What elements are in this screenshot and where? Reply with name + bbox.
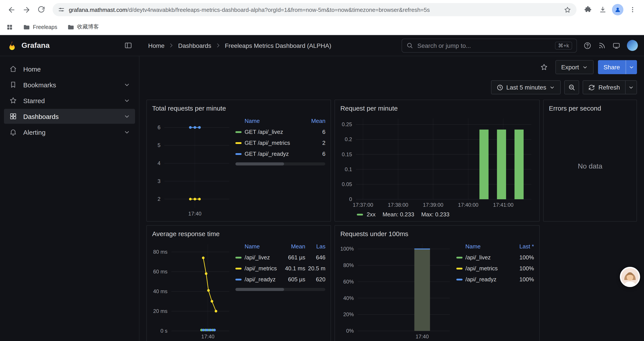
scrollbar-thumb[interactable] — [236, 162, 284, 165]
chevron-down-icon[interactable] — [124, 97, 130, 104]
search-input[interactable] — [416, 42, 552, 49]
avatar-illustration — [621, 268, 639, 286]
timeseries-chart: 80 ms60 ms40 ms20 ms0 s17:40 — [152, 240, 232, 340]
series-toggle[interactable]: /api/_metrics — [456, 265, 510, 272]
series-toggle[interactable]: GET /api/_metrics — [236, 140, 301, 146]
sidebar-item-dashboards[interactable]: Dashboards — [4, 109, 135, 124]
legend-col-last[interactable]: Last * — [510, 243, 534, 249]
chevron-down-icon — [549, 85, 555, 90]
help-icon[interactable] — [584, 42, 592, 49]
panel-title[interactable]: Average response time — [152, 228, 326, 240]
series-name: GET /api/_metrics — [244, 140, 290, 146]
sidebar-item-starred[interactable]: Starred — [4, 93, 135, 108]
refresh-split-button: Refresh — [582, 80, 637, 94]
monitor-icon[interactable] — [612, 42, 620, 49]
bookmark-folder-freeleaps[interactable]: Freeleaps — [23, 24, 57, 31]
clock-icon — [497, 84, 503, 91]
legend-col-mean[interactable]: Mean — [278, 243, 305, 249]
share-button[interactable]: Share — [598, 60, 626, 74]
series-swatch — [236, 142, 242, 144]
legend-scrollbar[interactable] — [236, 162, 326, 165]
legend-col-name[interactable]: Name — [236, 243, 278, 249]
legend-table: Name Last * /api/_livez 100% /api/_metri… — [453, 240, 534, 340]
sidebar-item-bookmarks[interactable]: Bookmarks — [4, 77, 135, 92]
breadcrumb-home[interactable]: Home — [148, 42, 164, 49]
svg-text:60 ms: 60 ms — [153, 269, 168, 274]
panel-title[interactable]: Requests under 100ms — [340, 228, 534, 240]
extensions-button[interactable] — [581, 3, 595, 17]
refresh-interval-caret[interactable] — [625, 81, 636, 94]
apps-grid-icon[interactable] — [6, 24, 13, 31]
assistant-avatar-widget[interactable] — [620, 267, 640, 287]
series-toggle[interactable]: /api/_livez — [456, 254, 510, 261]
series-name[interactable]: 2xx — [367, 211, 376, 218]
svg-text:40%: 40% — [344, 295, 354, 301]
share-menu-caret[interactable] — [626, 60, 637, 74]
downloads-button[interactable] — [596, 3, 610, 17]
sidebar-item-home[interactable]: Home — [4, 62, 135, 76]
series-last: 620 — [305, 276, 326, 283]
legend-scrollbar[interactable] — [236, 288, 326, 291]
browser-menu-button[interactable] — [626, 3, 640, 17]
folder-icon — [67, 24, 74, 31]
dock-menu-icon[interactable] — [124, 41, 132, 50]
svg-text:17:39:00: 17:39:00 — [423, 202, 444, 208]
browser-profile-avatar[interactable] — [612, 4, 624, 15]
series-toggle[interactable]: /api/_metrics — [236, 265, 278, 272]
reload-button[interactable] — [34, 3, 48, 17]
bookmark-folder-blogs[interactable]: 收藏博客 — [67, 23, 99, 31]
legend-row: /api/_livez 100% — [456, 252, 534, 263]
series-toggle[interactable]: GET /api/_livez — [236, 129, 301, 135]
svg-text:17:40: 17:40 — [201, 333, 214, 339]
search-box[interactable]: ⌘+k — [402, 38, 577, 53]
panel-requests-under-100ms: Requests under 100ms 100%80%60%40%20%0%1… — [335, 225, 540, 341]
sidebar-item-label: Home — [23, 65, 41, 73]
grafana-logo[interactable] — [7, 40, 17, 51]
export-button[interactable]: Export — [556, 60, 593, 74]
panel-title[interactable]: Total requests per minute — [152, 102, 326, 115]
series-name: /api/_metrics — [244, 265, 277, 272]
bookmark-star-icon[interactable] — [564, 6, 571, 14]
series-toggle[interactable]: /api/_livez — [236, 254, 278, 261]
series-swatch — [236, 153, 242, 155]
zoom-out-button[interactable] — [564, 80, 579, 94]
series-toggle[interactable]: GET /api/_readyz — [236, 151, 301, 157]
series-toggle[interactable]: /api/_readyz — [456, 276, 510, 283]
panel-title[interactable]: Errors per second — [549, 102, 631, 115]
series-toggle[interactable]: /api/_readyz — [236, 276, 278, 283]
sidebar-item-alerting[interactable]: Alerting — [4, 125, 135, 140]
news-rss-icon[interactable] — [598, 42, 606, 49]
refresh-label: Refresh — [598, 84, 620, 91]
site-info-icon[interactable] — [58, 6, 65, 13]
address-bar[interactable]: grafana.mathmast.com/d/deytv4rwavabkb/fr… — [52, 3, 576, 16]
svg-text:0.25: 0.25 — [342, 121, 352, 127]
chevron-down-icon[interactable] — [124, 81, 130, 88]
legend-col-mean[interactable]: Mean — [301, 117, 326, 124]
time-range-picker[interactable]: Last 5 minutes — [491, 80, 561, 94]
back-button[interactable] — [4, 3, 18, 17]
series-last: 646 — [305, 254, 326, 261]
bookmark-label: Freeleaps — [33, 24, 57, 30]
favorite-star-button[interactable] — [537, 60, 551, 74]
refresh-button[interactable]: Refresh — [583, 81, 625, 94]
user-avatar[interactable] — [627, 40, 638, 51]
svg-text:0.2: 0.2 — [345, 136, 352, 142]
legend-col-name[interactable]: Name — [456, 243, 510, 249]
series-name: GET /api/_readyz — [244, 151, 289, 157]
chevron-down-icon[interactable] — [124, 113, 130, 120]
chevron-down-icon — [582, 64, 588, 70]
panel-title[interactable]: Request per minute — [340, 102, 534, 115]
breadcrumb-dashboards[interactable]: Dashboards — [178, 42, 211, 49]
legend-col-name[interactable]: Name — [236, 117, 301, 124]
legend-col-last[interactable]: Las — [305, 243, 326, 249]
svg-text:17:40:00: 17:40:00 — [458, 202, 478, 208]
panel-errors-per-second: Errors per second No data — [543, 100, 637, 222]
bookmark-label: 收藏博客 — [77, 23, 99, 31]
scrollbar-thumb[interactable] — [236, 288, 284, 291]
series-swatch — [456, 278, 462, 280]
svg-text:20 ms: 20 ms — [153, 308, 168, 314]
sidebar-nav: Home Bookmarks Starred — [0, 56, 140, 341]
series-mean: 661 µs — [278, 254, 305, 261]
forward-button[interactable] — [19, 3, 33, 17]
chevron-down-icon[interactable] — [124, 129, 130, 135]
